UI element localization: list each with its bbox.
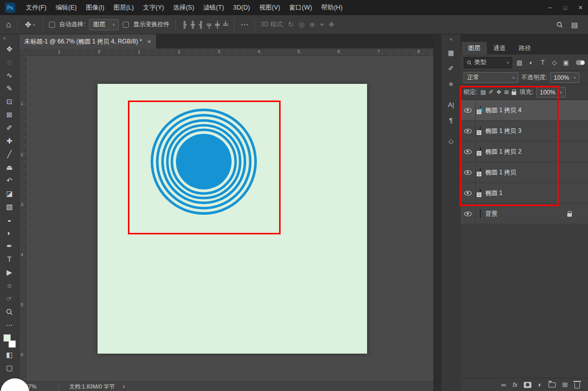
add-mask-icon[interactable] bbox=[524, 382, 531, 388]
layer-style-icon[interactable]: fx bbox=[513, 382, 517, 388]
new-group-icon[interactable] bbox=[549, 382, 556, 387]
workspace-switcher-icon[interactable]: ▤ bbox=[571, 21, 578, 29]
layer-thumbnail[interactable] bbox=[480, 169, 481, 176]
layer-row[interactable]: 椭圆 1 bbox=[461, 183, 588, 204]
menu-view[interactable]: 视图(V) bbox=[254, 0, 285, 15]
align-right-icon[interactable]: ╢ bbox=[199, 21, 203, 28]
layer-row[interactable]: 椭圆 1 拷贝 3 bbox=[461, 121, 588, 141]
panel-icon-paragraph[interactable]: ¶ bbox=[445, 115, 457, 126]
menu-help[interactable]: 帮助(H) bbox=[316, 0, 347, 15]
filter-type-icon[interactable]: T bbox=[538, 59, 547, 66]
visibility-toggle[interactable] bbox=[461, 121, 476, 141]
home-icon[interactable]: ⌂ bbox=[6, 20, 11, 29]
quick-mask-icon[interactable]: ◧ bbox=[4, 349, 16, 361]
frame-tool[interactable]: ⊠ bbox=[4, 109, 16, 121]
lock-all-icon[interactable] bbox=[512, 91, 516, 95]
search-icon[interactable] bbox=[556, 21, 563, 28]
layer-name[interactable]: 椭圆 1 拷贝 bbox=[485, 168, 588, 177]
panel-icon-adjustments[interactable]: ✐ bbox=[445, 63, 457, 74]
orbit-3d-icon[interactable]: ↻ bbox=[288, 21, 294, 29]
scale-3d-icon[interactable]: ✥ bbox=[329, 21, 334, 29]
panel-icon-character[interactable]: A| bbox=[445, 99, 457, 110]
layer-thumbnail[interactable] bbox=[480, 107, 481, 114]
crop-tool[interactable]: ⊡ bbox=[4, 95, 16, 108]
roll-3d-icon[interactable]: ◎ bbox=[299, 21, 304, 29]
brush-tool[interactable]: ╱ bbox=[4, 148, 16, 160]
visibility-toggle[interactable] bbox=[461, 183, 476, 203]
zoom-tool[interactable] bbox=[4, 306, 16, 318]
layer-filter-dropdown[interactable]: 类型 ∨ bbox=[464, 57, 512, 68]
current-tool-indicator[interactable]: ✥ ∨ bbox=[24, 21, 36, 28]
gradient-tool[interactable]: ▧ bbox=[4, 201, 16, 213]
link-layers-icon[interactable]: ∞ bbox=[502, 381, 506, 388]
panel-icon-brush-settings[interactable]: ≡ bbox=[445, 78, 457, 89]
adjustment-layer-icon[interactable]: ◐ bbox=[538, 381, 542, 388]
eraser-tool[interactable]: ◪ bbox=[4, 187, 16, 200]
path-selection-tool[interactable]: ▶ bbox=[4, 266, 16, 278]
blur-tool[interactable]: ◒ bbox=[4, 214, 16, 226]
layer-row[interactable]: 椭圆 1 拷贝 bbox=[461, 162, 588, 183]
menu-file[interactable]: 文件(F) bbox=[21, 0, 51, 15]
layer-thumbnail[interactable] bbox=[480, 210, 481, 217]
dodge-tool[interactable]: ◐ bbox=[4, 227, 16, 239]
opacity-dropdown[interactable]: 100% ∨ bbox=[550, 72, 579, 83]
filter-pixel-icon[interactable]: ▨ bbox=[515, 59, 524, 66]
clone-stamp-tool[interactable]: ⏏ bbox=[4, 161, 16, 173]
filter-adjustment-icon[interactable]: ◐ bbox=[527, 59, 535, 66]
filter-toggle-switch[interactable] bbox=[576, 60, 585, 65]
color-swatches[interactable] bbox=[3, 334, 16, 348]
lock-artboard-icon[interactable]: ⊞ bbox=[504, 89, 509, 95]
layer-name[interactable]: 椭圆 1 拷贝 4 bbox=[485, 106, 588, 115]
layer-row-background[interactable]: 背景 bbox=[461, 204, 588, 224]
auto-select-target-dropdown[interactable]: 图层 ∨ bbox=[89, 19, 119, 30]
layer-name[interactable]: 背景 bbox=[485, 210, 567, 218]
blend-mode-dropdown[interactable]: 正常 ∨ bbox=[464, 72, 518, 83]
layer-thumbnail[interactable] bbox=[480, 189, 481, 197]
canvas-viewport[interactable] bbox=[26, 56, 433, 381]
layer-name[interactable]: 椭圆 1 拷贝 3 bbox=[485, 127, 588, 135]
delete-layer-icon[interactable] bbox=[574, 382, 580, 388]
tab-close-icon[interactable]: ✕ bbox=[147, 39, 151, 44]
layer-thumbnail[interactable] bbox=[480, 148, 481, 155]
panel-icon-swatches[interactable]: ▦ bbox=[445, 47, 457, 58]
lock-transparent-icon[interactable]: ▨ bbox=[480, 89, 485, 95]
pen-tool[interactable]: ✒ bbox=[4, 240, 16, 252]
menu-filter[interactable]: 滤镜(T) bbox=[199, 0, 229, 15]
menu-type[interactable]: 文字(Y) bbox=[139, 0, 169, 15]
visibility-toggle[interactable] bbox=[461, 100, 476, 120]
lock-position-icon[interactable]: ✥ bbox=[496, 89, 501, 95]
layer-name[interactable]: 椭圆 1 拷贝 2 bbox=[485, 148, 588, 156]
layer-name[interactable]: 椭圆 1 bbox=[485, 189, 588, 198]
panel-icon-3d[interactable]: ◇ bbox=[445, 135, 457, 146]
show-transform-checkbox[interactable] bbox=[123, 22, 129, 28]
menu-3d[interactable]: 3D(D) bbox=[229, 0, 254, 15]
lock-image-icon[interactable]: ✐ bbox=[489, 89, 493, 95]
zoom-level-field[interactable]: 67% bbox=[25, 383, 59, 389]
minimize-button[interactable]: ─ bbox=[542, 0, 558, 15]
background-color-swatch[interactable] bbox=[9, 340, 16, 348]
ellipse-shape-tool[interactable]: ○ bbox=[4, 279, 16, 291]
auto-select-checkbox[interactable] bbox=[49, 22, 55, 28]
visibility-toggle[interactable] bbox=[461, 204, 476, 224]
tab-paths[interactable]: 路径 bbox=[512, 42, 537, 55]
menu-edit[interactable]: 编辑(E) bbox=[51, 0, 81, 15]
menu-window[interactable]: 窗口(W) bbox=[285, 0, 316, 15]
foreground-color-swatch[interactable] bbox=[4, 334, 11, 341]
document-tab[interactable]: 未标题-1 @ 66.7% (椭圆 1 拷贝 4, RGB/8) * ✕ bbox=[19, 34, 157, 48]
align-bottom-icon[interactable]: ╧ bbox=[223, 21, 228, 28]
lasso-tool[interactable]: ∿ bbox=[4, 69, 16, 81]
dock-collapse-icon[interactable]: « bbox=[449, 36, 453, 42]
type-tool[interactable]: T bbox=[4, 253, 16, 265]
fill-dropdown[interactable]: 100% ∨ bbox=[536, 87, 566, 97]
move-tool[interactable]: ✥ bbox=[4, 43, 16, 55]
layer-row[interactable]: 椭圆 1 拷贝 4 bbox=[461, 100, 588, 121]
layer-thumbnail[interactable] bbox=[480, 127, 481, 134]
align-center-h-icon[interactable]: ╫ bbox=[191, 21, 195, 28]
align-top-icon[interactable]: ╤ bbox=[207, 21, 211, 28]
filter-smart-object-icon[interactable]: ▣ bbox=[562, 59, 570, 66]
tab-layers[interactable]: 图层 bbox=[462, 42, 487, 55]
filter-shape-icon[interactable]: ◇ bbox=[550, 59, 559, 66]
edit-toolbar-icon[interactable]: ⋯ bbox=[4, 319, 16, 331]
slide-3d-icon[interactable]: ⌖ bbox=[320, 21, 324, 29]
layer-row[interactable]: 椭圆 1 拷贝 2 bbox=[461, 141, 588, 162]
